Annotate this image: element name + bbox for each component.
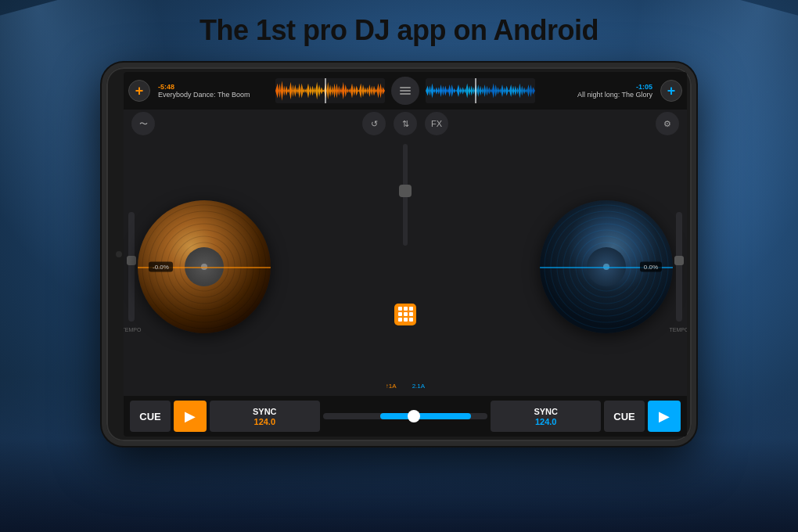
grid-button[interactable] [394, 304, 416, 325]
sync-bpm-right: 124.0 [535, 417, 557, 426]
gear-icon: ⚙ [663, 119, 671, 129]
mixer-icon [400, 87, 411, 95]
eq-icon: ⇅ [402, 119, 409, 129]
waveform-right[interactable] [426, 78, 535, 103]
pitch-display-left: -0.0% [149, 262, 173, 272]
tablet-wrapper: + -5:48 Everybody Dance: The Boom [102, 63, 696, 446]
track-name-right: All night long: The Glory [543, 91, 652, 99]
play-button-left[interactable]: ▶ [174, 401, 207, 432]
cue-button-left[interactable]: CUE [130, 401, 171, 432]
tablet-screen: + -5:48 Everybody Dance: The Boom [124, 72, 687, 437]
volume-fader[interactable] [403, 144, 408, 246]
bottom-controls: CUE ▶ SYNC 124.0 [124, 396, 687, 437]
vinyl-disc-right[interactable]: 0.0% [540, 200, 673, 333]
tempo-thumb-left[interactable] [127, 256, 136, 265]
sync-label-right: SYNC [534, 407, 558, 416]
mixer-line-3 [400, 93, 411, 95]
page-headline: The 1st pro DJ app on Android [0, 14, 798, 47]
sync-bpm-left: 124.0 [254, 417, 276, 426]
key-labels: ↑1A 2.1A [386, 383, 425, 390]
eq-button[interactable]: ⇅ [394, 112, 417, 135]
key-left: ↑1A [386, 383, 397, 390]
crossfader-knob[interactable] [408, 410, 420, 422]
loop-button[interactable]: ↺ [362, 112, 386, 135]
tempo-slider-left[interactable]: TEMPO [128, 212, 135, 322]
sync-button-left[interactable]: SYNC 124.0 [210, 401, 320, 432]
volume-fader-area [403, 144, 408, 246]
cue-button-right[interactable]: CUE [604, 401, 645, 432]
waveform-button[interactable]: 〜 [131, 112, 155, 135]
deck-left: TEMPO -0.0% [128, 141, 370, 393]
vinyl-disc-left[interactable]: -0.0% [138, 200, 271, 333]
cue-label-right: CUE [613, 411, 634, 422]
tablet-camera [116, 251, 122, 257]
fx-label: FX [431, 119, 442, 128]
play-button-right[interactable]: ▶ [648, 401, 681, 432]
play-icon-left: ▶ [185, 408, 196, 425]
mixer-line-2 [400, 90, 411, 92]
playhead-right [475, 78, 476, 103]
sync-label-left: SYNC [253, 407, 277, 416]
crossfader-wrap [323, 413, 488, 419]
waveform-orange-fill [275, 78, 385, 103]
crossfader-track[interactable] [323, 413, 488, 419]
tempo-slider-right[interactable]: TEMPO [676, 212, 682, 322]
track-time-right: -1:05 [543, 83, 652, 91]
key-right: 2.1A [412, 383, 425, 390]
loop-icon: ↺ [371, 119, 378, 129]
add-track-left-button[interactable]: + [128, 80, 150, 102]
add-track-right-button[interactable]: + [660, 80, 682, 102]
controls-row: 〜 ↺ ⇅ FX ⚙ [124, 110, 687, 138]
deck-right: 0.0% TEMPO [440, 141, 682, 393]
track-time-left: -5:48 [158, 83, 268, 91]
track-name-left: Everybody Dance: The Boom [158, 91, 268, 99]
playhead-left [325, 78, 326, 103]
pitch-display-right: 0.0% [640, 262, 662, 272]
mixer-display-button[interactable] [391, 77, 419, 105]
fx-button[interactable]: FX [425, 112, 448, 135]
waveform-blue-fill [426, 78, 535, 103]
track-info-right: -1:05 All night long: The Glory [538, 81, 657, 100]
waveform-icon: 〜 [139, 118, 148, 130]
play-icon-right: ▶ [659, 408, 670, 425]
tablet: + -5:48 Everybody Dance: The Boom [102, 63, 696, 446]
track-info-left: -5:48 Everybody Dance: The Boom [153, 81, 272, 100]
deck-area: TEMPO -0.0% [124, 138, 687, 396]
tempo-label-left: TEMPO [124, 327, 141, 332]
top-bar: + -5:48 Everybody Dance: The Boom [124, 72, 687, 110]
tempo-label-right: TEMPO [670, 327, 687, 332]
cue-label-left: CUE [139, 411, 160, 422]
crossfader-fill [380, 413, 471, 419]
dj-app: + -5:48 Everybody Dance: The Boom [124, 72, 687, 437]
grid-icon [398, 307, 413, 322]
tempo-thumb-right[interactable] [674, 256, 684, 265]
sync-button-right[interactable]: SYNC 124.0 [491, 401, 601, 432]
center-mixer: ↑1A 2.1A [370, 141, 440, 393]
mixer-line-1 [400, 87, 411, 88]
waveform-left[interactable] [275, 78, 385, 103]
settings-button[interactable]: ⚙ [656, 112, 679, 135]
volume-fader-thumb[interactable] [399, 185, 412, 197]
